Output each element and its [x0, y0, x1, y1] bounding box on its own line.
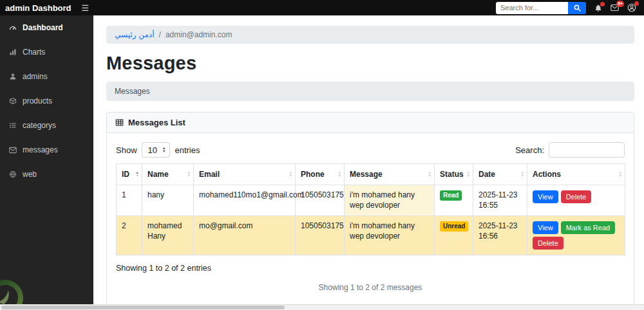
breadcrumb: أدمن رئيسي / admin@admin.com — [106, 26, 634, 44]
select-arrows-icon: ▲▼ — [162, 147, 166, 153]
cell-email: mo@gmail.com — [194, 216, 296, 255]
brand-title[interactable]: admin Dashbord — [0, 3, 71, 13]
topbar-right: 9+ — [496, 2, 644, 14]
section-bar: Messages — [106, 82, 634, 101]
view-button[interactable]: View — [533, 221, 558, 234]
search-button[interactable] — [568, 2, 586, 14]
cell-id: 2 — [117, 216, 142, 255]
sidebar-item-label: web — [23, 170, 37, 179]
sidebar-item-web[interactable]: web — [0, 162, 93, 187]
sidebar: Dashboard Charts admins products catego — [0, 15, 93, 310]
table-search-input[interactable] — [549, 142, 625, 158]
chart-icon — [9, 48, 17, 56]
person-icon — [9, 73, 17, 80]
column-header-actions[interactable]: Actions ▲▼ — [527, 164, 625, 185]
topbar: admin Dashbord ☰ — [0, 0, 644, 15]
column-header-email[interactable]: Email ▲▼ — [194, 164, 296, 185]
breadcrumb-home-link[interactable]: أدمن رئيسي — [115, 30, 155, 39]
entries-label: entries — [175, 145, 200, 155]
sidebar-item-label: Dashboard — [23, 23, 63, 32]
sidebar-item-label: admins — [23, 72, 48, 81]
sort-icon: ▲▼ — [428, 171, 431, 178]
table-row: 1 hany mohamed110mo1@gmail.com 105050317… — [117, 185, 625, 216]
sidebar-toggle-icon[interactable]: ☰ — [82, 4, 90, 12]
messages-button[interactable]: 9+ — [611, 4, 619, 12]
status-badge: Unread — [440, 221, 468, 232]
column-header-date[interactable]: Date ▲▼ — [473, 164, 527, 185]
column-header-id[interactable]: ID ▲▼ — [117, 164, 142, 185]
sidebar-item-label: categorys — [23, 121, 56, 130]
sidebar-item-messages[interactable]: messages — [0, 138, 93, 162]
messages-card: Messages List Show 10 ▲▼ entries Search: — [106, 112, 634, 305]
sidebar-item-label: Charts — [23, 48, 45, 57]
main-content: أدمن رئيسي / admin@admin.com Messages Me… — [93, 15, 644, 305]
column-header-name[interactable]: Name ▲▼ — [142, 164, 194, 185]
mark-as-read-button[interactable]: Mark as Read — [561, 221, 615, 234]
table-search-control: Search: — [515, 142, 625, 158]
box-icon — [9, 97, 17, 105]
cell-message: i'm mohamed hany wep devoloper — [345, 185, 435, 216]
table-search-label: Search: — [515, 145, 544, 155]
cell-id: 1 — [117, 185, 142, 216]
cell-email: mohamed110mo1@gmail.com — [194, 185, 296, 216]
entries-select-value: 10 — [148, 145, 157, 155]
cell-actions: View Delete — [527, 185, 625, 216]
sort-icon: ▲▼ — [467, 171, 470, 178]
sort-icon: ▲▼ — [136, 171, 139, 178]
sidebar-item-charts[interactable]: Charts — [0, 40, 93, 64]
sidebar-item-categorys[interactable]: categorys — [0, 113, 93, 138]
cell-date: 2025-11-23 16:55 — [473, 185, 527, 216]
card-body: Show 10 ▲▼ entries Search: — [107, 133, 634, 305]
view-button[interactable]: View — [533, 190, 558, 203]
column-header-status[interactable]: Status ▲▼ — [435, 164, 473, 185]
card-header-title: Messages List — [128, 118, 185, 127]
topbar-search — [496, 2, 586, 14]
search-input[interactable] — [496, 2, 568, 14]
table-controls: Show 10 ▲▼ entries Search: — [116, 142, 625, 158]
dashboard-icon — [9, 24, 17, 32]
sort-icon: ▲▼ — [187, 171, 191, 178]
column-header-phone[interactable]: Phone ▲▼ — [296, 164, 345, 185]
globe-icon — [9, 170, 17, 178]
messages-table: ID ▲▼ Name ▲▼ Email ▲▼ Phone ▲▼ Mess — [116, 163, 625, 255]
sidebar-item-products[interactable]: products — [0, 89, 93, 113]
cell-phone: 1050503175 — [296, 185, 345, 216]
horizontal-scrollbar[interactable] — [0, 304, 644, 310]
breadcrumb-separator: / — [159, 30, 161, 39]
page-title: Messages — [106, 53, 634, 74]
cell-date: 2025-11-23 16:56 — [473, 216, 527, 255]
delete-button[interactable]: Delete — [561, 190, 592, 203]
show-label: Show — [116, 145, 137, 155]
entries-select[interactable]: 10 ▲▼ — [142, 142, 171, 158]
delete-button[interactable]: Delete — [533, 237, 564, 250]
user-badge — [634, 1, 639, 6]
cell-status: Unread — [435, 216, 473, 255]
sidebar-item-admins[interactable]: admins — [0, 64, 93, 89]
alerts-badge — [600, 2, 605, 6]
cell-status: Read — [435, 185, 473, 216]
messages-badge: 9+ — [616, 1, 624, 7]
column-header-message[interactable]: Message ▲▼ — [345, 164, 435, 185]
sort-icon: ▲▼ — [521, 171, 524, 178]
table-grid-icon — [115, 118, 124, 127]
breadcrumb-current: admin@admin.com — [166, 30, 232, 39]
table-header-row: ID ▲▼ Name ▲▼ Email ▲▼ Phone ▲▼ Mess — [117, 164, 625, 185]
cell-message: i'm mohamed hany wep devoloper — [345, 216, 435, 255]
cell-phone: 1050503175 — [296, 216, 345, 255]
table-row: 2 mohamed Hany mo@gmail.com 1050503175 i… — [117, 216, 625, 255]
sidebar-item-label: messages — [23, 145, 58, 154]
sidebar-item-dashboard[interactable]: Dashboard — [0, 15, 93, 40]
alerts-button[interactable] — [594, 4, 602, 12]
cell-name: mohamed Hany — [142, 216, 194, 255]
search-icon — [574, 5, 581, 12]
card-header: Messages List — [107, 113, 634, 133]
page-length-control: Show 10 ▲▼ entries — [116, 142, 200, 158]
cell-actions: View Mark as Read Delete — [527, 216, 625, 255]
user-menu-button[interactable] — [627, 3, 636, 12]
cell-name: hany — [142, 185, 194, 216]
envelope-icon — [9, 147, 17, 154]
status-badge: Read — [440, 190, 462, 201]
messages-count-info: Showing 1 to 2 of 2 messages — [116, 283, 625, 292]
sort-icon: ▲▼ — [338, 171, 341, 178]
horizontal-scrollbar-thumb[interactable] — [1, 305, 285, 309]
